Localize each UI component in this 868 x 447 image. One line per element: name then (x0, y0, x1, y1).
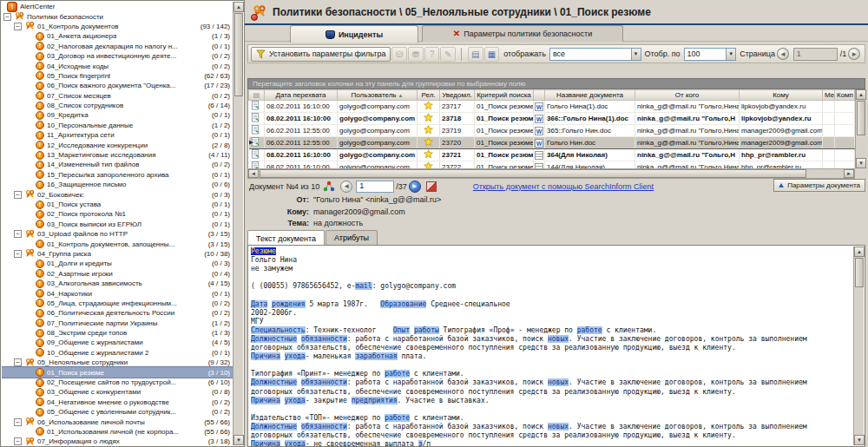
scroll-thumb[interactable] (857, 101, 865, 135)
tree-item[interactable]: !02_Азартные игроки(0 / 4) (2, 269, 233, 279)
tree-item[interactable]: !08_Экстрим среди топов(1 / 3) (2, 328, 233, 338)
scroll-up-icon[interactable]: ▲ (856, 89, 866, 100)
tab-incidents[interactable]: Инциденты (290, 25, 418, 43)
scroll-down-icon[interactable]: ▼ (854, 435, 865, 445)
table-row[interactable]: ▶06.02.2011 12:55:00golygo@company.com23… (249, 137, 855, 149)
tree-item[interactable]: !09_Общение с журналистами(4 / 5) (2, 338, 233, 347)
tab-document-text[interactable]: Текст документа (247, 230, 325, 246)
expander-icon[interactable]: − (14, 191, 22, 199)
tree-item[interactable]: −05_Нелояльные сотрудники(9 / 32) (2, 358, 233, 367)
tree-item[interactable]: −02_Боковичек:(0 / 3) (2, 189, 233, 199)
tree-item[interactable]: !15_Пересылка запороленного архива(0 / 1… (2, 170, 233, 180)
tree-scrollbar[interactable]: ▲ ▼ (233, 2, 243, 445)
grid-scrollbar[interactable]: ▲ ▼ (855, 89, 865, 168)
tree-item[interactable]: −04_Группа риска(10 / 38) (2, 249, 233, 259)
scroll-thumb[interactable] (260, 169, 806, 178)
tree-item[interactable]: −06_Использование личной почты(55 / 66) (2, 417, 233, 426)
expander-icon[interactable]: − (14, 358, 22, 366)
expander-icon[interactable]: − (14, 23, 22, 30)
open-in-client-link[interactable]: Открыть документ с помощью SearchInform … (473, 182, 654, 191)
tree-item[interactable]: !06_Политическая деятельность России(0 /… (2, 308, 233, 318)
document-scrollbar[interactable]: ▲ ▼ (853, 247, 864, 445)
tree-item[interactable]: !05_Лица, страдающие инфекционным...(0 /… (2, 299, 233, 308)
tree-item[interactable]: !04_Негативное мнение о руководстве(0 / … (2, 398, 233, 407)
header-doctype[interactable] (534, 90, 545, 101)
tree-item[interactable]: !01_Контроль документов, запощенны...(3 … (2, 239, 233, 248)
tree-item[interactable]: !01_Поиск устава(0 / 1) (2, 200, 233, 209)
header-to[interactable]: Кому (740, 90, 823, 101)
scroll-thumb[interactable] (234, 13, 243, 96)
header-relevance[interactable]: Рел. (418, 90, 440, 101)
tree-item[interactable]: !02_Поиск протокола №1(0 / 1) (2, 209, 233, 219)
show-filter-select[interactable]: все ▼ (549, 48, 641, 61)
scroll-up-icon[interactable]: ▲ (854, 247, 865, 257)
tree-item[interactable]: !01_Долги и кредиты(0 / 3) (2, 259, 233, 268)
scroll-up-icon[interactable]: ▲ (233, 2, 244, 12)
header-criteria[interactable]: Критерий поиска (475, 90, 534, 101)
header-from[interactable]: От кого (635, 90, 740, 101)
tree-item[interactable]: !09_Кредитка(0 / 1) (2, 110, 233, 120)
edit-button[interactable]: ✎ (440, 47, 456, 62)
tree-item[interactable]: !13_Маркетинговые исследования(4 / 11) (2, 150, 233, 160)
tree-item[interactable]: !AlertCenter (2, 2, 233, 11)
searchinform-client-icon[interactable] (426, 181, 437, 192)
tab-policy-params[interactable]: ✕ Параметры политики безопасности (422, 25, 623, 42)
tree-item[interactable]: !01_Использования личной (не корпора...(… (2, 427, 233, 437)
tab-attributes[interactable]: Атрибуты (326, 230, 378, 245)
table-row[interactable]: 08.02.2011 16:10:00golygo@company.com237… (249, 161, 855, 169)
header-comp[interactable]: Комп (835, 90, 855, 101)
table-row[interactable]: 08.02.2011 16:10:00golygo@company.com237… (249, 113, 855, 125)
tree-item[interactable]: −03_Upload файлов по HTTP(3 / 15) (2, 229, 233, 239)
header-me[interactable]: Ме (823, 90, 835, 101)
tree-item[interactable]: !08_Список сотрудников(6 / 14) (2, 101, 233, 110)
header-notification[interactable]: Уведомл. (440, 90, 475, 101)
tree-item[interactable]: !03_Поиск выписки из ЕГРЮЛ(0 / 1) (2, 220, 233, 229)
export-button[interactable]: ▤ (468, 47, 483, 62)
scroll-right-icon[interactable]: ► (844, 169, 854, 178)
save-all-button[interactable]: ⛃ (408, 47, 424, 62)
expander-icon[interactable]: − (14, 418, 22, 426)
tree-item[interactable]: !03_Договор на инвестиционную деяте...(0… (2, 51, 233, 61)
tree-item[interactable]: !02_Посещение сайтов по трудоустрой...(6… (2, 378, 233, 387)
tree-item[interactable]: !10_Персональные данные(1 / 2) (2, 121, 233, 130)
tree-item[interactable]: !04_Наркотики(0 / 1) (2, 288, 233, 298)
expander-icon[interactable]: − (14, 230, 22, 238)
tree-item[interactable]: !03_Алкогольная зависимость(4 / 15) (2, 279, 233, 288)
tree-item[interactable]: !03_Общение с конкурентами(0 / 8) (2, 387, 233, 397)
expander-icon[interactable]: − (14, 250, 22, 258)
tree-item[interactable]: !14_Измененный тип файлов(0 / 2) (2, 160, 233, 169)
tree-item[interactable]: −Политики безопасности (2, 11, 233, 21)
scroll-down-icon[interactable]: ▼ (233, 435, 244, 445)
tree-item[interactable]: !02_Налоговая декларация по налогу н...(… (2, 42, 233, 51)
tree-item[interactable]: !10_Общение с журналистами 2(0 / 1) (2, 348, 233, 358)
expander-icon[interactable]: − (14, 437, 22, 445)
tree-item[interactable]: !16_Защищенное письмо(0 / 6) (2, 180, 233, 189)
tree-item[interactable]: !01_Анкета акционера(1 / 3) (2, 31, 233, 41)
prev-page-button[interactable]: ◄ (777, 48, 789, 60)
scroll-down-icon[interactable]: ▼ (856, 158, 866, 168)
set-filter-button[interactable]: Установить параметры фильтра (251, 47, 391, 62)
grid-view-button[interactable]: ▦ (484, 47, 500, 62)
header-user[interactable]: Пользователь▲ (338, 90, 418, 101)
table-row[interactable]: 08.02.2011 16:10:00golygo@company.com237… (249, 149, 855, 161)
table-row[interactable]: 06.02.2011 12:55:00golygo@company.com237… (249, 125, 855, 137)
tree-item[interactable]: −01_Контроль документов(93 / 142) (2, 22, 233, 31)
document-params-button[interactable]: Параметры документа (773, 179, 865, 192)
next-page-button[interactable]: ► (848, 48, 860, 60)
scroll-left-icon[interactable]: ◄ (248, 169, 259, 178)
tree-item[interactable]: !05_Общение с уволенными сотрудник...(0 … (2, 407, 233, 417)
expander-icon[interactable]: − (3, 13, 11, 21)
scroll-thumb[interactable] (855, 258, 864, 287)
tree-item[interactable]: !07_Политические партии Украины(1 / 2) (2, 319, 233, 328)
header-date[interactable]: Дата перехвата (265, 90, 338, 101)
grid-hscrollbar[interactable]: ◄ ► (247, 168, 855, 179)
group-by-band[interactable]: Перетащите заголовок колонки на эту пане… (247, 78, 865, 89)
tree-item[interactable]: !06_Поиск важного документа "Оценка...(1… (2, 81, 233, 90)
tree-item[interactable]: !11_Архитектура сети(0 / 1) (2, 130, 233, 140)
table-row[interactable]: 08.02.2011 16:10:00golygo@company.com237… (249, 101, 855, 113)
tree-item[interactable]: −07_Информация о людях(3 / 18) (2, 437, 233, 445)
tree-item[interactable]: !01_Поиск резюме(3 / 10) (2, 367, 233, 377)
tree-item[interactable]: !07_Список месяцев(0 / 2) (2, 91, 233, 101)
help-button[interactable]: ? (424, 47, 440, 62)
page-input[interactable]: 1 (793, 48, 838, 61)
